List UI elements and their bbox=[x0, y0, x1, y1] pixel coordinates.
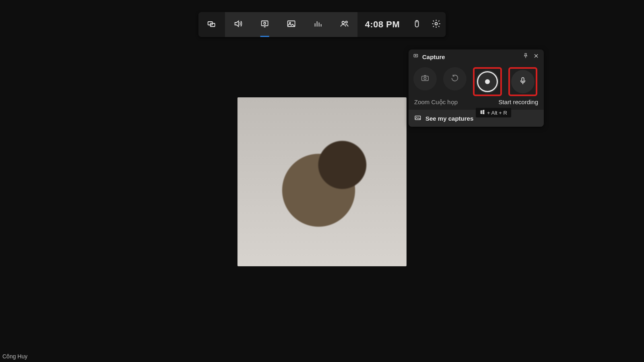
widgets-button[interactable] bbox=[198, 12, 225, 37]
svg-rect-10 bbox=[414, 54, 417, 57]
start-recording-button[interactable] bbox=[476, 70, 499, 93]
windows-key-icon bbox=[480, 109, 485, 116]
mouse-button[interactable] bbox=[407, 12, 426, 37]
record-icon bbox=[477, 71, 498, 92]
record-button-label: Start recording bbox=[499, 99, 538, 106]
capture-widget-icon bbox=[413, 53, 419, 61]
record-last-button[interactable] bbox=[443, 67, 466, 90]
pin-button[interactable] bbox=[522, 53, 529, 60]
captures-folder-icon bbox=[414, 114, 421, 123]
svg-rect-12 bbox=[422, 76, 429, 80]
close-icon bbox=[533, 53, 539, 61]
gamebar: 4:08 PM bbox=[198, 12, 446, 37]
mic-highlight-box bbox=[508, 67, 537, 96]
svg-point-11 bbox=[415, 55, 417, 56]
clock: 4:08 PM bbox=[358, 19, 407, 30]
svg-rect-14 bbox=[522, 78, 524, 82]
shortcut-text: + Alt + R bbox=[487, 110, 507, 116]
see-my-captures-label: See my captures bbox=[425, 115, 473, 122]
bar-chart-icon bbox=[313, 19, 323, 30]
microphone-icon bbox=[518, 76, 527, 87]
capture-tab-button[interactable] bbox=[252, 12, 278, 37]
screenshot-button[interactable] bbox=[413, 67, 437, 90]
capture-header[interactable]: Capture bbox=[409, 49, 544, 64]
gallery-button[interactable] bbox=[278, 12, 305, 37]
pin-icon bbox=[522, 53, 529, 61]
svg-point-3 bbox=[264, 23, 266, 25]
camera-icon bbox=[421, 74, 429, 84]
svg-point-13 bbox=[424, 77, 426, 80]
xbox-social-button[interactable] bbox=[331, 12, 358, 37]
capture-source-label: Zoom Cuộc họp bbox=[414, 99, 499, 106]
people-icon bbox=[340, 19, 349, 30]
participant-name-overlay: Công Huy bbox=[2, 353, 27, 360]
gear-icon bbox=[431, 19, 441, 30]
svg-point-6 bbox=[342, 21, 345, 24]
settings-button[interactable] bbox=[426, 12, 446, 37]
performance-button[interactable] bbox=[305, 12, 331, 37]
mouse-icon bbox=[412, 19, 421, 30]
speaker-icon bbox=[233, 19, 243, 30]
audio-button[interactable] bbox=[225, 12, 252, 37]
image-icon bbox=[287, 19, 296, 30]
record-highlight-box bbox=[473, 67, 502, 96]
capture-title: Capture bbox=[422, 53, 519, 60]
close-button[interactable] bbox=[533, 53, 540, 60]
svg-point-9 bbox=[435, 23, 437, 25]
capture-icon bbox=[260, 19, 270, 30]
record-shortcut-tooltip: + Alt + R bbox=[476, 108, 511, 117]
rewind-icon bbox=[450, 74, 459, 84]
widgets-icon bbox=[207, 19, 217, 30]
video-content bbox=[237, 97, 407, 266]
mic-toggle-button[interactable] bbox=[511, 70, 535, 93]
svg-point-7 bbox=[345, 21, 347, 23]
svg-rect-2 bbox=[262, 21, 268, 26]
